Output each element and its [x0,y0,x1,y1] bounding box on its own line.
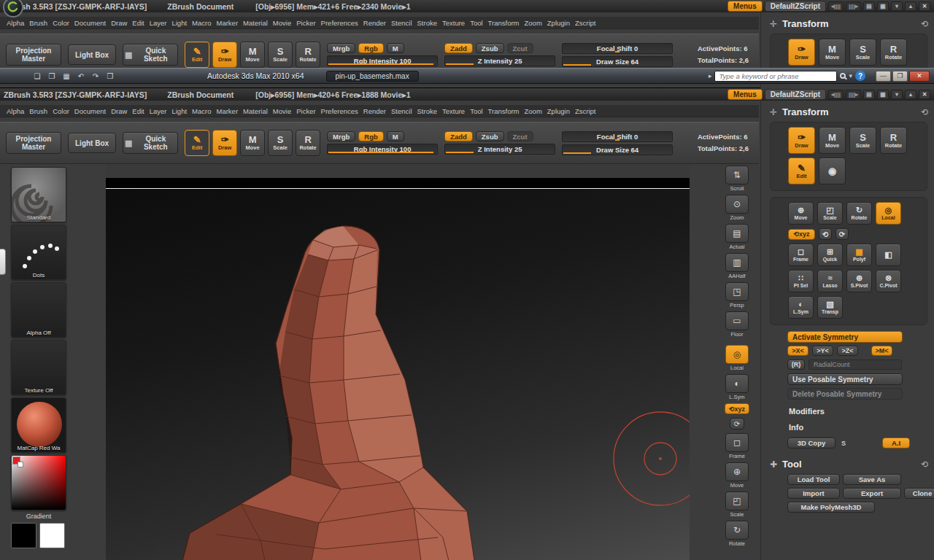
3d-copy-button[interactable]: 3D Copy [787,438,835,448]
shelf-item[interactable]: ◎ Local [725,345,749,371]
menu-item[interactable]: Preferences [321,107,358,115]
transform-mode-button[interactable]: S Scale [849,127,876,154]
divider-left-icon[interactable]: ◂|||| [828,1,844,11]
menu-item[interactable]: Light [171,107,187,115]
transform-mode-button[interactable]: ✑ Draw [788,39,815,66]
menu-item[interactable]: Tool [470,19,482,27]
shelf-item[interactable]: ⟳ [730,418,744,430]
menu-item[interactable]: Render [363,19,386,27]
window-chrome-icon[interactable]: ▦ [877,90,889,99]
window-chrome-icon[interactable]: ▾ [891,90,903,99]
menu-item[interactable]: Stroke [417,107,437,115]
menu-item[interactable]: Zoom [525,107,542,115]
shelf-icon[interactable]: ◰ [725,491,749,510]
search-input[interactable] [714,71,837,82]
rgb-intensity-slider[interactable]: Rgb Intensity 100 [327,55,438,66]
menu-item[interactable]: Marker [216,107,238,115]
help-icon[interactable]: ? [855,71,865,81]
menu-item[interactable]: Movie [273,19,291,27]
window-chrome-icon[interactable]: ▾ [891,1,903,11]
m-button[interactable]: M [387,43,404,53]
menu-item[interactable]: Stencil [391,107,412,115]
menu-item[interactable]: Texture [442,19,465,27]
xyz-rotation-button[interactable]: ⟲xyz [788,229,815,240]
menu-item[interactable]: Material [243,107,268,115]
symmetry-axis-button[interactable]: >M< [871,346,892,356]
zsub-button[interactable]: Zsub [476,131,504,141]
z-intensity-slider[interactable]: Z Intensity 25 [444,144,555,155]
refresh-icon[interactable]: ⟲ [921,19,928,29]
modifiers-section-label[interactable]: Modifiers [789,407,928,416]
mode-button[interactable]: ✑ Draw [212,42,237,68]
max-toolbar-icon[interactable]: ↷ [89,70,102,82]
menu-item[interactable]: Brush [29,107,47,115]
mode-button[interactable]: R Rotate [296,42,320,68]
menu-item[interactable]: Edit [132,107,144,115]
menu-item[interactable]: Zplugin [547,19,570,27]
menu-item[interactable]: Zplugin [547,107,570,115]
menu-item[interactable]: Stencil [391,19,412,27]
titlebar[interactable]: ZBrush 3.5R3 [ZSJY-GMPK-ARFJ-IAYS] ZBrus… [0,88,934,101]
view-option-button[interactable]: ◻ Frame [788,244,814,266]
shelf-icon[interactable]: ↻ [725,521,749,540]
white-swatch[interactable] [39,523,65,548]
shelf-item[interactable]: ◻ Frame [725,433,749,459]
mode-button[interactable]: M Move [240,130,265,156]
menu-item[interactable]: Zscript [575,19,596,27]
shelf-icon[interactable]: ⇅ [725,166,749,184]
divider-left-icon[interactable]: ◂|||| [828,90,844,99]
shelf-icon[interactable]: ◳ [725,282,749,301]
quick-sketch-button[interactable]: ▦Quick Sketch [123,44,178,66]
menu-item[interactable]: Zscript [575,107,596,115]
menu-item[interactable]: Layer [150,107,167,115]
menu-item[interactable]: Alpha [7,107,24,115]
tool-action-button[interactable]: Save As [843,474,901,485]
view-option-button[interactable]: ⊞ Quick [817,244,843,266]
menu-item[interactable]: Macro [192,19,211,27]
shelf-item[interactable]: ↻ Rotate [725,521,749,547]
z-intensity-slider[interactable]: Z Intensity 25 [444,55,555,66]
window-chrome-icon[interactable]: ▦ [877,1,889,11]
display-button[interactable]: ◐ L.Sym [788,296,814,319]
menu-item[interactable]: Layer [150,19,167,27]
camera-button[interactable]: ◉ [819,158,846,184]
symmetry-axis-button[interactable]: >Z< [837,346,858,356]
view-option-button[interactable]: ▦ Polyf [846,244,872,266]
menu-item[interactable]: Picker [296,19,315,27]
projection-master-button[interactable]: Projection Master [6,44,61,66]
spin-right-icon[interactable]: ⟳ [835,228,849,240]
shelf-icon[interactable]: ⊕ [725,462,749,481]
draw-size-slider[interactable]: Draw Size 64 [562,56,673,67]
max-toolbar-icon[interactable]: ❐ [45,70,58,82]
menu-item[interactable]: Draw [111,107,127,115]
minimize-button[interactable]: — [876,71,891,82]
zsub-button[interactable]: Zsub [476,43,504,53]
menu-item[interactable]: Texture [442,107,465,115]
menu-item[interactable]: Transform [488,19,520,27]
close-button[interactable]: ✕ [909,71,930,82]
menu-item[interactable]: Draw [111,19,127,27]
mrgb-button[interactable]: Mrgb [327,131,355,141]
maximize-button[interactable]: ❐ [892,71,908,82]
tool-action-button[interactable]: Export [843,488,901,499]
brush-thumbnail-standard[interactable]: Standard [11,167,66,222]
menu-item[interactable]: Render [363,107,386,115]
transform-mode-button[interactable]: R Rotate [880,127,907,154]
light-box-button[interactable]: Light Box [68,133,116,153]
mode-button[interactable]: ✎ Edit [185,42,209,68]
window-chrome-icon[interactable]: ▤ [863,1,875,11]
shelf-icon[interactable]: ◎ [725,345,749,364]
left-tray-handle[interactable] [0,249,6,275]
window-chrome-icon[interactable]: ▴ [905,90,916,99]
shelf-item[interactable]: ⟲xyz [725,403,749,415]
selection-button[interactable]: ≈ Lasso [817,270,843,292]
shelf-icon[interactable]: ◻ [725,433,749,452]
radial-symmetry-button[interactable]: (R) [787,359,805,370]
3dsmax-titlebar[interactable]: ❏❐▦↶↷❒ Autodesk 3ds Max 2010 x64 pin-up_… [0,68,934,84]
divider-right-icon[interactable]: ||||▸ [846,1,861,11]
shelf-icon[interactable]: ⟳ [730,418,744,429]
menu-item[interactable]: Document [74,107,106,115]
activate-symmetry-button[interactable]: Activate Symmetry [787,331,903,343]
window-chrome-icon[interactable]: ▤ [863,90,875,99]
menu-item[interactable]: Tool [470,107,482,115]
